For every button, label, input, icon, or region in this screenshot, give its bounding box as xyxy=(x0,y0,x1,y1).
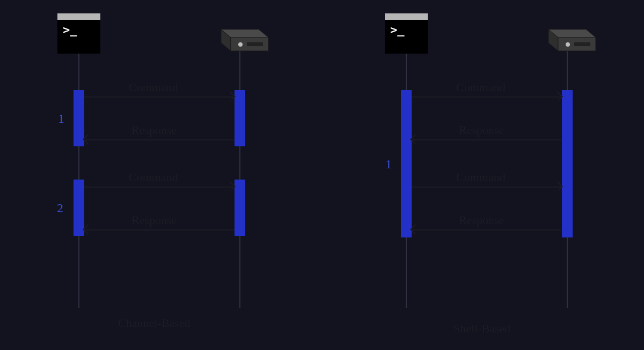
arrow-left xyxy=(412,229,561,230)
terminal-body: >_ xyxy=(385,20,428,54)
terminal-body: >_ xyxy=(57,20,100,54)
terminal-titlebar xyxy=(57,13,100,20)
activation-server-1 xyxy=(235,90,245,146)
activation-client-1 xyxy=(401,90,412,237)
activation-server-2 xyxy=(235,180,245,236)
arrow-right xyxy=(84,187,234,188)
terminal-prompt: >_ xyxy=(390,23,405,36)
arrow-right xyxy=(84,96,234,98)
arrow-left xyxy=(412,139,561,140)
message-label: Response xyxy=(459,123,504,137)
terminal-prompt: >_ xyxy=(63,23,77,36)
message-label: Response xyxy=(131,123,177,137)
sequence-number-2: 2 xyxy=(57,201,63,215)
server-icon xyxy=(210,24,269,56)
sequence-number-1: 1 xyxy=(385,157,392,172)
message-label: Command xyxy=(456,80,506,94)
arrow-right xyxy=(412,187,561,188)
message-label: Command xyxy=(456,170,506,184)
svg-rect-4 xyxy=(247,42,263,46)
svg-rect-9 xyxy=(574,42,590,46)
terminal-titlebar xyxy=(385,13,428,20)
message-label: Command xyxy=(129,170,178,184)
message-label: Response xyxy=(131,213,177,227)
activation-client-2 xyxy=(74,180,84,236)
sequence-diagram-comparison: >_ 1 Command Response 2 Command xyxy=(0,0,644,350)
server-icon xyxy=(538,24,597,56)
terminal-icon: >_ xyxy=(385,13,428,54)
arrow-left xyxy=(84,229,234,230)
diagram-caption: Channel-Based xyxy=(118,316,190,330)
arrow-left xyxy=(84,139,234,140)
svg-point-3 xyxy=(238,42,243,47)
activation-client-1 xyxy=(74,90,84,146)
sequence-number-1: 1 xyxy=(58,111,64,126)
terminal-icon: >_ xyxy=(57,13,100,54)
message-label: Response xyxy=(459,213,504,227)
diagram-caption: Shell-Based xyxy=(453,322,510,336)
activation-server-1 xyxy=(562,90,573,237)
arrow-right xyxy=(412,96,561,98)
message-label: Command xyxy=(129,80,178,94)
svg-point-8 xyxy=(566,42,570,47)
